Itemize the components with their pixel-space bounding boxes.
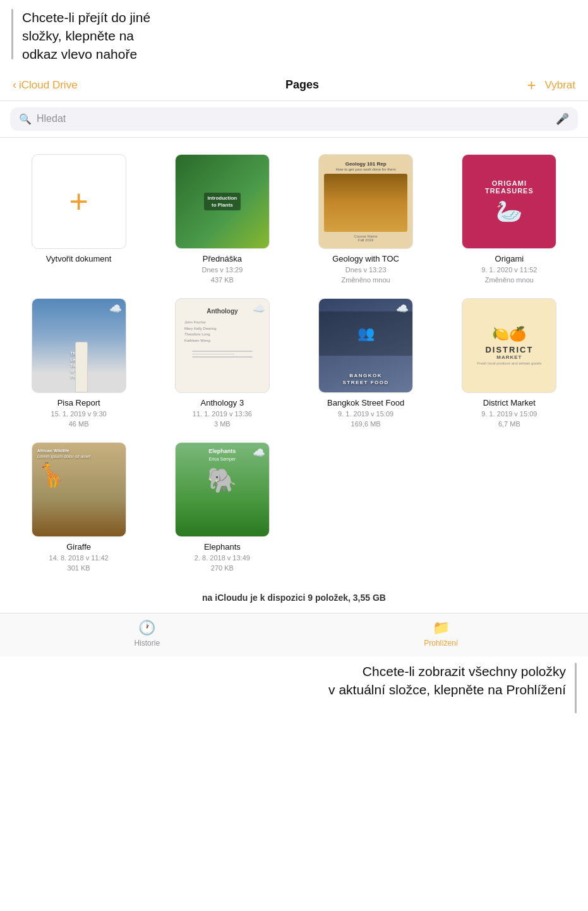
file-item-geology[interactable]: Geology 101 Rep How to get your work don… (297, 154, 435, 286)
tooltip-top: Chcete-li přejít do jiné složky, klepnět… (0, 6, 588, 70)
file-thumb-pisa: ☁️ TheLeaningTowerofPisa (32, 298, 126, 393)
file-meta-origami: 9. 1. 2020 v 11:52 Změněno mnou (481, 265, 537, 286)
nav-bar: ‹ iCloud Drive Pages + Vybrat (0, 70, 588, 101)
file-thumb-geology: Geology 101 Rep How to get your work don… (318, 154, 413, 249)
file-name-bangkok: Bangkok Street Food (327, 398, 404, 407)
file-item-pisa[interactable]: ☁️ TheLeaningTowerofPisa Pisa Report 15.… (10, 298, 147, 430)
file-thumb-bangkok: ☁️ BANGKOKSTREET FOOD 👥 (318, 298, 413, 393)
file-item-origami[interactable]: ORIGAMITREASURES 🦢 Origami 9. 1. 2020 v … (441, 154, 578, 286)
file-item-new[interactable]: + Vytvořit dokument (10, 154, 147, 286)
nav-actions: + Vybrat (527, 76, 575, 94)
tooltip-bottom: Chcete-li zobrazit všechny položky v akt… (0, 660, 588, 713)
tooltip-bottom-line2: v aktuální složce, klepněte na Prohlížen… (328, 682, 566, 697)
back-button[interactable]: ‹ iCloud Drive (13, 78, 78, 92)
file-meta-giraffe: 14. 8. 2018 v 11:42 301 KB (49, 553, 109, 574)
file-item-elephants[interactable]: ☁️ ElephantsErica Semper 🐘 Elephants 2. … (153, 442, 291, 574)
file-name-origami: Origami (495, 254, 524, 263)
back-label: iCloud Drive (19, 79, 78, 92)
file-name-anthology: Anthology 3 (201, 398, 244, 407)
tab-label-historie: Historie (134, 639, 160, 648)
tooltip-top-line3: odkaz vlevo nahoře (22, 47, 137, 61)
file-meta-elephants: 2. 8. 2018 v 13:49 270 KB (195, 553, 250, 574)
file-name-new: Vytvořit dokument (46, 254, 112, 263)
file-thumb-district: 🍋🍊 DISTRICT MARKET Fresh local produce a… (462, 298, 556, 393)
microphone-icon[interactable]: 🎤 (556, 112, 569, 126)
file-item-prednaska[interactable]: Introductionto Plants Přednáška Dnes v 1… (153, 154, 291, 286)
back-chevron-icon: ‹ (13, 78, 16, 92)
file-meta-district: 9. 1. 2019 v 15:09 6,7 MB (481, 409, 537, 430)
tooltip-top-line2: složky, klepněte na (22, 28, 134, 43)
tooltip-top-line1: Chcete-li přejít do jiné (22, 10, 150, 25)
status-text: na iCloudu je k dispozici 9 položek, 3,5… (202, 593, 386, 603)
add-button[interactable]: + (527, 76, 536, 94)
tab-bar: 🕐 Historie 📁 Prohlížení (0, 613, 588, 656)
file-name-pisa: Pisa Report (57, 398, 100, 407)
file-thumb-new: + (32, 154, 126, 249)
file-thumb-origami: ORIGAMITREASURES 🦢 (462, 154, 556, 249)
status-bar: na iCloudu je k dispozici 9 položek, 3,5… (0, 580, 588, 613)
cloud-icon-pisa: ☁️ (109, 303, 122, 315)
tab-prohlizeni[interactable]: 📁 Prohlížení (294, 620, 589, 648)
tab-label-prohlizeni: Prohlížení (424, 639, 458, 648)
tab-historie[interactable]: 🕐 Historie (0, 620, 294, 648)
file-thumb-prednaska: Introductionto Plants (175, 154, 270, 249)
search-input[interactable]: Hledat (37, 113, 551, 124)
file-thumb-elephants: ☁️ ElephantsErica Semper 🐘 (175, 442, 270, 537)
divider (0, 137, 588, 138)
file-item-bangkok[interactable]: ☁️ BANGKOKSTREET FOOD 👥 Bangkok Street F… (297, 298, 435, 430)
tooltip-bottom-line1: Chcete-li zobrazit všechny položky (363, 664, 566, 679)
file-grid: + Vytvořit dokument Introductionto Plant… (0, 142, 588, 580)
file-thumb-giraffe: African WildlifeLorem ipsum dolor sit am… (32, 442, 126, 537)
search-bar[interactable]: 🔍 Hledat 🎤 (10, 107, 578, 131)
file-meta-geology: Dnes v 13:23 Změněno mnou (342, 265, 390, 286)
file-item-giraffe[interactable]: African WildlifeLorem ipsum dolor sit am… (10, 442, 147, 574)
file-meta-anthology: 11. 1. 2019 v 13:36 3 MB (193, 409, 252, 430)
select-button[interactable]: Vybrat (544, 79, 575, 92)
file-meta-pisa: 15. 1. 2019 v 9:30 46 MB (51, 409, 107, 430)
file-name-elephants: Elephants (204, 542, 241, 552)
file-name-district: District Market (483, 398, 536, 407)
file-item-district[interactable]: 🍋🍊 DISTRICT MARKET Fresh local produce a… (441, 298, 578, 430)
page-title: Pages (78, 78, 527, 92)
plus-icon: + (69, 185, 88, 218)
search-icon: 🔍 (19, 113, 32, 125)
file-meta-prednaska: Dnes v 13:29 437 KB (201, 265, 243, 286)
history-icon: 🕐 (138, 620, 155, 636)
file-name-geology: Geology with TOC (332, 254, 399, 263)
file-item-anthology[interactable]: ☁️ Anthology John FischerMary Kelly Dear… (153, 298, 291, 430)
file-meta-bangkok: 9. 1. 2019 v 15:09 169,6 MB (338, 409, 393, 430)
file-name-prednaska: Přednáška (203, 254, 242, 263)
browse-icon: 📁 (433, 620, 450, 636)
file-name-giraffe: Giraffe (66, 542, 91, 552)
file-thumb-anthology: ☁️ Anthology John FischerMary Kelly Dear… (175, 298, 270, 393)
